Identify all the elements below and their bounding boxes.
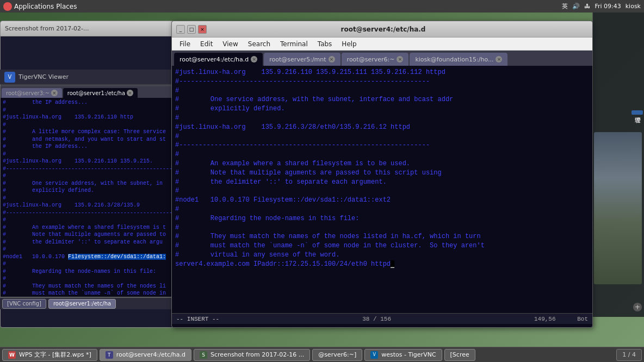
line-16: # — [175, 205, 589, 214]
left-line-11: # — [3, 172, 174, 180]
menu-bar: File Edit View Search Terminal Tabs Help — [172, 38, 592, 51]
screenshot-titlebar: Screenshot from 2017-02-... — [1, 21, 176, 36]
line-count: 38 / 156 — [362, 316, 391, 322]
lang-indicator: 英 — [562, 2, 568, 10]
tab-server6-close[interactable]: × — [397, 56, 403, 63]
westos-label: westos - TigerVNC — [381, 351, 436, 358]
menu-file[interactable]: File — [175, 39, 195, 49]
minimize-button[interactable]: _ — [176, 25, 185, 34]
line-10: # — [175, 150, 589, 159]
vnc-viewer-bar: V TigerVNC Viewer — [0, 70, 174, 85]
left-line-6: # and netmask, and you want to start and… — [3, 136, 174, 143]
menu-terminal[interactable]: Terminal — [276, 39, 312, 49]
line-7: #just.linux-ha.org 135.9.216.3/28/eth0/1… — [175, 123, 589, 132]
menu-tabs[interactable]: Tabs — [313, 39, 337, 49]
left-tab-server3-close[interactable]: × — [51, 90, 58, 96]
left-line-16: #---------------------------------------… — [3, 209, 174, 217]
tab-server5-label: root@server5:/mnt — [269, 56, 326, 63]
left-bottom-bar: [VNC config] root@server1:/etc/ha — [0, 297, 177, 309]
tab-foundation15-close[interactable]: × — [496, 56, 502, 63]
tab-server5-close[interactable]: × — [329, 56, 335, 63]
taskbar-screenshot[interactable]: S Screenshot from 2017-02-16 ... — [194, 349, 310, 361]
terminal-icon: T — [106, 351, 113, 359]
left-terminal-tabs: root@server3:~ × root@server1:/etc/ha × — [1, 86, 176, 98]
tab-server4-close[interactable]: × — [251, 56, 257, 63]
desktop: Screenshot from 2017-02-... ↺ ↻ V TigerV… — [0, 13, 644, 362]
maximize-button[interactable]: □ — [187, 25, 196, 34]
screenshot-title: Screenshot from 2017-02-... — [5, 25, 89, 32]
line-8: # — [175, 132, 589, 141]
menu-search[interactable]: Search — [244, 39, 275, 49]
line-11: # An example where a shared filesystem i… — [175, 159, 589, 168]
tab-foundation15[interactable]: kiosk@foundation15:/ho... × — [410, 53, 507, 66]
left-line-12: # One service address, with the subnet, … — [3, 180, 174, 188]
left-line-8: # — [3, 151, 174, 158]
line-2: #---------------------------------------… — [175, 77, 589, 86]
left-line-21: # — [3, 246, 174, 253]
line-4: # One service address, with the subnet, … — [175, 95, 589, 104]
left-line-9: #just.linux-ha.org 135.9.216.110 135.9.2… — [3, 158, 174, 165]
applications-menu[interactable]: Applications — [14, 3, 54, 10]
left-line-2: # — [3, 107, 174, 114]
screenshot-icon: S — [200, 351, 207, 359]
menu-edit[interactable]: Edit — [196, 39, 217, 49]
left-line-10: #---------------------------------------… — [3, 165, 174, 173]
portrait-bg — [594, 132, 642, 284]
tab-server6[interactable]: root@server6:~ × — [342, 53, 409, 66]
close-button[interactable]: × — [198, 25, 207, 34]
taskbar: W WPS 文字 - [集群2.wps *] T root@server4:/e… — [0, 347, 644, 362]
taskbar-server6[interactable]: @server6:~] — [312, 349, 362, 361]
vnc-icon: V — [4, 72, 15, 83]
vnc-config-label: [VNC config] — [7, 301, 41, 307]
terminal-taskbar-label: root@server4:/etc/ha.d — [116, 351, 185, 358]
taskbar-pager[interactable]: 1 / 4 — [616, 349, 642, 361]
volume-icon[interactable]: 🔊 — [572, 3, 580, 10]
scree-label: [Scree — [450, 351, 469, 358]
line-17: # Regarding the node-names in this file: — [175, 214, 589, 223]
tab-server5[interactable]: root@server5:/mnt × — [264, 53, 340, 66]
left-tab-server3[interactable]: root@server3:~ × — [2, 88, 62, 98]
scroll-pos: Bot — [577, 316, 588, 322]
left-line-22: #node1 10.0.0.170 Filesystem::/dev/sda1:… — [3, 253, 174, 261]
menu-help[interactable]: Help — [337, 39, 361, 49]
taskbar-westos[interactable]: V westos - TigerVNC — [364, 349, 442, 361]
left-line-20: # the delimiter '::' to separate each ar… — [3, 239, 174, 246]
taskbar-wps[interactable]: W WPS 文字 - [集群2.wps *] — [2, 349, 97, 361]
left-terminal-content: # the IP address... # #just.linux-ha.org… — [1, 98, 176, 297]
left-line-3: #just.linux-ha.org 135.9.216.110 http — [3, 114, 174, 121]
scroll-down-button[interactable]: + — [633, 303, 642, 311]
tab-server4[interactable]: root@server4:/etc/ha.d × — [174, 53, 263, 66]
taskbar-terminal[interactable]: T root@server4:/etc/ha.d — [100, 349, 191, 361]
left-line-7: # the IP address... — [3, 143, 174, 151]
vnc-config-item[interactable]: [VNC config] — [2, 299, 46, 309]
menu-view[interactable]: View — [218, 39, 242, 49]
line-18: # — [175, 223, 589, 233]
line-3: # — [175, 86, 589, 96]
left-tab-server1-label: root@server1:/etc/ha — [67, 90, 125, 96]
left-line-13: # explicitly defined. — [3, 187, 174, 195]
line-22[interactable]: server4.example.com IPaddr::172.25.15.10… — [175, 260, 589, 269]
line-13: # the delimiter '::' to separate each ar… — [175, 178, 589, 187]
vnc-label: TigerVNC Viewer — [18, 73, 69, 80]
line-5: # explicitly defined. — [175, 104, 589, 114]
wps-label: WPS 文字 - [集群2.wps *] — [19, 351, 91, 359]
line-14: # — [175, 186, 589, 196]
line-9: #---------------------------------------… — [175, 141, 589, 150]
left-line-24: # Regarding the node-names in this file: — [3, 268, 174, 276]
line-6: # — [175, 114, 589, 123]
cursor-pos-value: 149,56 — [534, 316, 556, 322]
left-tab-server1[interactable]: root@server1:/etc/ha × — [63, 88, 138, 98]
system-bar: Applications Places 英 🔊 🖧 Fri 09:43 kios… — [0, 0, 644, 13]
left-tab-server3-label: root@server3:~ — [6, 90, 49, 96]
screenshot-taskbar-label: Screenshot from 2017-02-16 ... — [210, 351, 304, 358]
left-tab-server1-close[interactable]: × — [127, 90, 133, 96]
left-line-14: # — [3, 195, 174, 202]
system-bar-right: 英 🔊 🖧 Fri 09:43 kiosk — [562, 2, 641, 10]
taskbar-scree[interactable]: [Scree — [444, 349, 475, 361]
left-line-17: # — [3, 216, 174, 224]
window-controls: _ □ × — [176, 25, 207, 34]
manage-button[interactable]: 管理 — [631, 110, 643, 115]
places-menu[interactable]: Places — [56, 3, 77, 10]
server1-item[interactable]: root@server1:/etc/ha — [48, 299, 116, 309]
terminal-status-bar: -- INSERT -- 38 / 156 149,56 Bot — [172, 313, 592, 324]
